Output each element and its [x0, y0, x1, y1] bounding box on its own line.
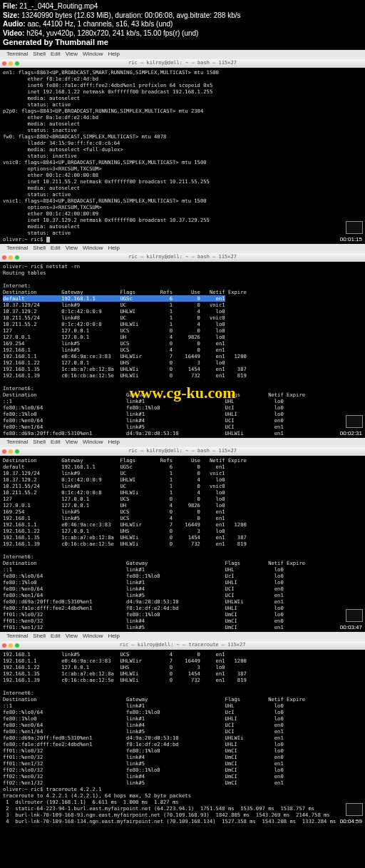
- meta-video-label: Video:: [3, 29, 24, 37]
- close-icon[interactable]: [2, 255, 6, 260]
- traffic-lights: [2, 643, 19, 648]
- window-titlebar: ric — kilroy@dell: ~ — bash — 115×27: [0, 253, 365, 262]
- menu-item[interactable]: Shell: [33, 245, 46, 252]
- zoom-icon[interactable]: [15, 255, 19, 260]
- terminal-output[interactable]: Destination Gateway Flags Refs Use Netif…: [0, 456, 365, 632]
- traffic-lights: [2, 449, 19, 454]
- zoom-icon[interactable]: [15, 61, 19, 66]
- video-metadata: File: 21_-_0404_Routing.mp4 Size: 132409…: [0, 0, 365, 50]
- cursor-icon: [46, 237, 50, 242]
- window-titlebar: ric — kilroy@dell: ~ — bash — 115×27: [0, 59, 365, 68]
- window-title: ric — kilroy@dell: ~ — bash — 115×27: [128, 448, 237, 454]
- menu-item[interactable]: Help: [108, 439, 119, 446]
- menu-item[interactable]: View: [66, 51, 78, 58]
- meta-file-label: File:: [3, 2, 18, 10]
- menu-item[interactable]: View: [66, 245, 78, 252]
- meta-audio-label: Audio:: [3, 20, 26, 28]
- menu-item[interactable]: Terminal: [6, 51, 28, 58]
- close-icon[interactable]: [2, 643, 6, 648]
- meta-file: 21_-_0404_Routing.mp4: [19, 2, 98, 10]
- thumbnail-overlay-icon: [346, 415, 363, 428]
- window-title: ric — kilroy@dell: ~ — traceroute — 115×…: [119, 642, 245, 648]
- timestamp: 00:02:31: [339, 430, 364, 437]
- traffic-lights: [2, 255, 19, 260]
- menu-item[interactable]: Terminal: [6, 633, 28, 640]
- window-titlebar: ric — kilroy@dell: ~ — traceroute — 115×…: [0, 641, 365, 650]
- menu-item[interactable]: Edit: [51, 245, 61, 252]
- meta-size: 13240990 bytes (12.63 MiB), duration: 00…: [21, 11, 240, 19]
- menu-item[interactable]: Window: [83, 633, 103, 640]
- window-titlebar: ric — kilroy@dell: ~ — bash — 115×27: [0, 447, 365, 456]
- menu-item[interactable]: Window: [83, 51, 103, 58]
- menu-item[interactable]: Edit: [51, 633, 61, 640]
- meta-video: h264, yuv420p, 1280x720, 241 kb/s, 15.00…: [26, 29, 198, 37]
- window-title: ric — kilroy@dell: ~ — bash — 115×27: [128, 60, 237, 66]
- close-icon[interactable]: [2, 61, 6, 66]
- minimize-icon[interactable]: [9, 255, 13, 260]
- selected-route: default 192.168.1.1 UGSc 6 0 en1: [3, 295, 225, 302]
- menu-item[interactable]: Terminal: [6, 245, 28, 252]
- menu-item[interactable]: Shell: [33, 633, 46, 640]
- minimize-icon[interactable]: [9, 643, 13, 648]
- menu-item[interactable]: Shell: [33, 51, 46, 58]
- meta-generated: Generated by Thumbnail me: [3, 38, 362, 48]
- menu-item[interactable]: Edit: [51, 51, 61, 58]
- thumbnail-panel-4: Terminal Shell Edit View Window Help ric…: [0, 632, 365, 826]
- thumbnail-overlay-icon: [346, 609, 363, 622]
- terminal-output[interactable]: oliver:~ ric$ netstat -rn Routing tables…: [0, 262, 365, 438]
- thumbnail-overlay-icon: [346, 803, 363, 816]
- meta-audio: aac, 44100 Hz, 1 channels, s16, 43 kb/s …: [27, 20, 173, 28]
- close-icon[interactable]: [2, 449, 6, 454]
- mac-menubar: Terminal Shell Edit View Window Help: [0, 50, 365, 59]
- mac-menubar: Terminal Shell Edit View Window Help: [0, 244, 365, 253]
- terminal-output[interactable]: 192.168.1 link#5 UCS 4 0 en1 192.168.1.1…: [0, 650, 365, 826]
- minimize-icon[interactable]: [9, 61, 13, 66]
- thumbnail-overlay-icon: [346, 221, 363, 234]
- menu-item[interactable]: Help: [108, 51, 119, 58]
- timestamp: 00:03:47: [339, 624, 364, 631]
- menu-item[interactable]: Shell: [33, 439, 46, 446]
- mac-menubar: Terminal Shell Edit View Window Help: [0, 632, 365, 641]
- traffic-lights: [2, 61, 19, 66]
- menu-item[interactable]: Terminal: [6, 439, 28, 446]
- zoom-icon[interactable]: [15, 643, 19, 648]
- meta-size-label: Size:: [3, 11, 19, 19]
- window-title: ric — kilroy@dell: ~ — bash — 115×27: [128, 254, 237, 260]
- timestamp: 00:01:15: [339, 236, 364, 243]
- menu-item[interactable]: Help: [108, 633, 119, 640]
- menu-item[interactable]: Help: [108, 245, 119, 252]
- menu-item[interactable]: Edit: [51, 439, 61, 446]
- minimize-icon[interactable]: [9, 449, 13, 454]
- menu-item[interactable]: Window: [83, 439, 103, 446]
- zoom-icon[interactable]: [15, 449, 19, 454]
- mac-menubar: Terminal Shell Edit View Window Help: [0, 438, 365, 447]
- thumbnail-panel-1: Terminal Shell Edit View Window Help ric…: [0, 50, 365, 244]
- terminal-output[interactable]: en1: flags=8863<UP,BROADCAST,SMART,RUNNI…: [0, 68, 365, 244]
- menu-item[interactable]: View: [66, 633, 78, 640]
- timestamp: 00:04:59: [339, 818, 364, 825]
- menu-item[interactable]: Window: [83, 245, 103, 252]
- menu-item[interactable]: View: [66, 439, 78, 446]
- thumbnail-panel-3: Terminal Shell Edit View Window Help ric…: [0, 438, 365, 632]
- thumbnail-panel-2: Terminal Shell Edit View Window Help ric…: [0, 244, 365, 438]
